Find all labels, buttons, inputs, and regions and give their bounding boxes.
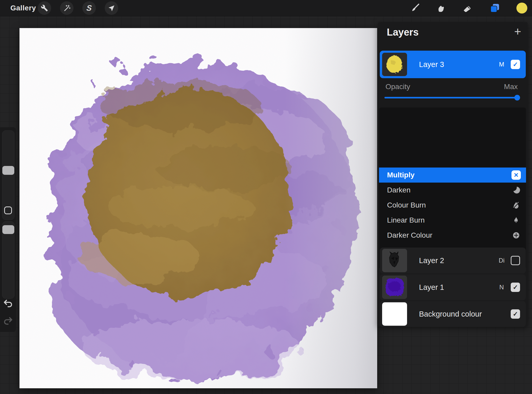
layer-name: Layer 1 bbox=[419, 283, 493, 292]
redo-icon bbox=[3, 317, 13, 325]
smudge-icon bbox=[436, 3, 446, 13]
opacity-slider-thumb[interactable] bbox=[514, 95, 520, 101]
layer-row-layer1[interactable]: Layer 1 N ✓ bbox=[380, 274, 526, 300]
top-toolbar bbox=[0, 0, 532, 16]
layers-panel: Layers + Layer 3 M ✓ Opacity Max bbox=[378, 22, 528, 326]
selection-button[interactable]: S bbox=[82, 1, 96, 15]
visibility-checkbox[interactable] bbox=[511, 256, 520, 265]
layer-row-layer3[interactable]: Layer 3 M ✓ bbox=[380, 51, 526, 78]
sidebar bbox=[0, 127, 16, 332]
visibility-checkbox[interactable]: ✓ bbox=[511, 283, 520, 292]
opacity-label: Opacity bbox=[385, 83, 410, 91]
eraser-icon bbox=[463, 3, 473, 13]
check-icon: ✓ bbox=[513, 310, 518, 318]
multiply-icon: ✕ bbox=[511, 170, 521, 180]
blend-mode-badge[interactable]: N bbox=[493, 284, 511, 291]
blend-mode-list[interactable]: Multiply ✕ Darken Colour Burn bbox=[379, 108, 526, 269]
opacity-value: Max bbox=[504, 83, 518, 91]
layer-name: Layer 2 bbox=[419, 256, 493, 265]
brush-size-handle[interactable] bbox=[2, 166, 14, 175]
color-swatch bbox=[516, 3, 527, 14]
color-button[interactable] bbox=[515, 1, 529, 15]
transform-arrow-icon bbox=[108, 4, 115, 12]
layer1-thumbnail[interactable] bbox=[382, 276, 407, 299]
visibility-checkbox[interactable]: ✓ bbox=[511, 60, 520, 69]
layer2-thumbnail[interactable] bbox=[382, 249, 407, 272]
opacity-slider-fill bbox=[384, 97, 518, 98]
blend-mode-label: Colour Burn bbox=[387, 201, 511, 209]
magic-wand-icon bbox=[63, 4, 70, 12]
opacity-slider[interactable] bbox=[384, 97, 520, 98]
undo-button[interactable] bbox=[3, 298, 13, 309]
blend-mode-linear-burn[interactable]: Linear Burn bbox=[379, 213, 526, 228]
wrench-icon bbox=[41, 4, 48, 12]
panel-title: Layers bbox=[387, 27, 419, 38]
brush-opacity-slider[interactable] bbox=[2, 221, 15, 299]
visibility-checkbox[interactable]: ✓ bbox=[511, 309, 520, 319]
modify-button[interactable] bbox=[4, 206, 12, 214]
layer-row-background[interactable]: Background colour ✓ bbox=[380, 301, 526, 327]
blend-mode-badge[interactable]: M bbox=[493, 61, 511, 68]
brush-button[interactable] bbox=[407, 1, 422, 15]
redo-button[interactable] bbox=[3, 316, 13, 326]
darken-icon bbox=[511, 185, 521, 195]
blend-mode-label: Darken bbox=[387, 186, 511, 194]
blend-mode-label: Multiply bbox=[387, 171, 511, 179]
gallery-button[interactable]: Gallery bbox=[10, 0, 36, 16]
blend-mode-label: Darker Colour bbox=[387, 231, 511, 239]
artwork bbox=[19, 28, 377, 388]
layers-button[interactable] bbox=[488, 1, 502, 15]
layer-row-layer2[interactable]: Layer 2 Di bbox=[380, 248, 526, 273]
darker-colour-icon bbox=[511, 230, 521, 241]
check-icon: ✓ bbox=[513, 61, 518, 68]
check-icon: ✓ bbox=[513, 284, 518, 291]
undo-icon bbox=[3, 299, 13, 307]
blend-mode-badge[interactable]: Di bbox=[493, 257, 511, 264]
blend-mode-multiply[interactable]: Multiply ✕ bbox=[379, 168, 526, 183]
erase-button[interactable] bbox=[460, 1, 475, 15]
adjustments-button[interactable] bbox=[60, 1, 74, 15]
colour-burn-icon bbox=[511, 200, 521, 210]
add-layer-button[interactable]: + bbox=[512, 26, 523, 37]
blend-mode-colour-burn[interactable]: Colour Burn bbox=[379, 198, 526, 213]
selection-icon: S bbox=[86, 4, 92, 12]
transform-button[interactable] bbox=[105, 1, 118, 15]
blend-mode-darker-colour[interactable]: Darker Colour bbox=[379, 228, 526, 243]
blend-mode-label: Linear Burn bbox=[387, 216, 511, 224]
procreate-app: Gallery S bbox=[0, 0, 532, 394]
smudge-button[interactable] bbox=[434, 1, 448, 15]
layer-name: Layer 3 bbox=[419, 60, 493, 69]
actions-button[interactable] bbox=[38, 1, 51, 15]
drawing-canvas[interactable] bbox=[19, 28, 377, 388]
background-thumbnail[interactable] bbox=[382, 302, 407, 326]
blend-mode-darken[interactable]: Darken bbox=[379, 183, 526, 198]
linear-burn-icon bbox=[511, 215, 521, 225]
layer-name: Background colour bbox=[419, 310, 493, 318]
paintbrush-icon bbox=[409, 3, 420, 13]
layer3-thumbnail[interactable] bbox=[382, 53, 407, 76]
brush-opacity-handle[interactable] bbox=[2, 225, 14, 234]
layers-icon bbox=[490, 3, 500, 13]
